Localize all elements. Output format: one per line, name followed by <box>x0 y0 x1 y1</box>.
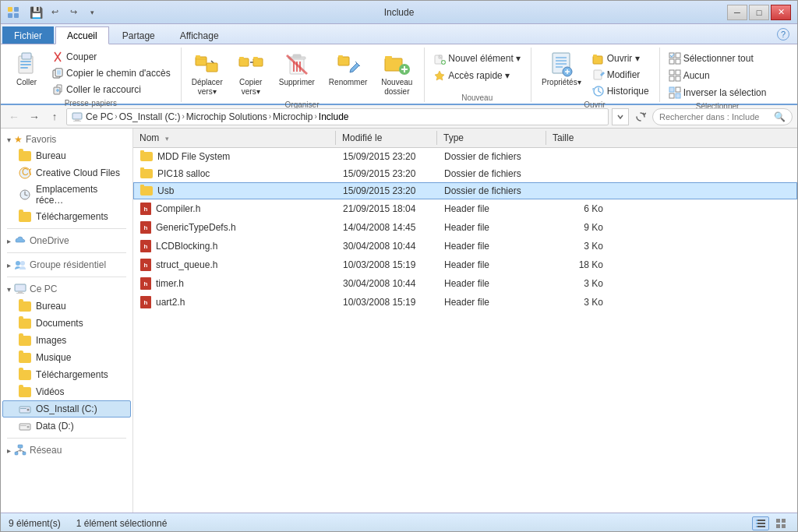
sidebar-item-recent[interactable]: Emplacements réce… <box>2 181 131 208</box>
quick-dropdown-btn[interactable]: ▾ <box>83 4 101 21</box>
search-input[interactable] <box>659 112 771 122</box>
coller-raccourci-button[interactable]: Coller le raccourci <box>48 82 175 97</box>
redo-btn[interactable]: ↪ <box>65 4 82 21</box>
coller-button[interactable]: Coller <box>7 48 46 90</box>
breadcrumb-part-3[interactable]: Microchip Solutions <box>186 111 267 122</box>
acces-rapide-button[interactable]: Accès rapide ▾ <box>429 68 514 83</box>
sidebar-label: Bureau <box>36 150 66 161</box>
sidebar-item-creative-cloud[interactable]: CC Creative Cloud Files <box>2 164 131 181</box>
svg-rect-94 <box>756 523 757 524</box>
sidebar-groupe-header[interactable]: ▸ Groupe résidentiel <box>1 256 132 273</box>
sidebar-reseau-header[interactable]: ▸ Réseau <box>1 442 132 459</box>
refresh-button[interactable] <box>632 108 649 125</box>
sidebar-item-bureau-pc[interactable]: Bureau <box>2 298 131 315</box>
copier-vers-label: Copiervers▾ <box>239 78 262 97</box>
table-row[interactable]: Usb15/09/2015 23:20Dossier de fichiers <box>133 182 797 199</box>
breadcrumb-part-1[interactable]: Ce PC <box>86 111 113 122</box>
coller-raccourci-icon <box>51 83 64 96</box>
table-row[interactable]: huart2.h10/03/2008 15:19Header file3 Ko <box>133 293 797 312</box>
col-header-type[interactable]: Type <box>437 131 546 145</box>
file-size-cell: 3 Ko <box>547 277 609 291</box>
breadcrumb-part-4[interactable]: Microchip <box>273 111 312 122</box>
sidebar-favorites-header[interactable]: ▾ ★ Favoris <box>1 132 132 147</box>
sidebar-item-os-install[interactable]: OS_Install (C:) <box>2 400 131 417</box>
supprimer-button[interactable]: Supprimer <box>274 48 320 90</box>
modifier-button[interactable]: Modifier <box>588 67 653 83</box>
forward-button[interactable]: → <box>26 108 43 125</box>
copier-vers-button[interactable]: Copiervers▾ <box>231 48 270 99</box>
divider2 <box>7 252 126 253</box>
tab-partage[interactable]: Partage <box>111 26 167 44</box>
table-row[interactable]: htimer.h30/04/2008 10:44Header file3 Ko <box>133 274 797 293</box>
undo-btn[interactable]: ↩ <box>46 4 63 21</box>
nouvel-element-button[interactable]: Nouvel élément ▾ <box>429 51 524 66</box>
sidebar-item-downloads-fav[interactable]: Téléchargements <box>2 208 131 225</box>
table-row[interactable]: hstruct_queue.h10/03/2008 15:19Header fi… <box>133 255 797 274</box>
breadcrumb-bar[interactable]: Ce PC › OS_Install (C:) › Microchip Solu… <box>66 108 609 125</box>
couper-button[interactable]: Couper <box>48 49 175 65</box>
sidebar-groupe-label: Groupe résidentiel <box>30 259 106 270</box>
tab-accueil[interactable]: Accueil <box>55 26 109 44</box>
up-button[interactable]: ↑ <box>46 108 63 125</box>
sidebar-item-bureau-fav[interactable]: Bureau <box>2 147 131 164</box>
svg-rect-96 <box>776 519 780 523</box>
svg-rect-64 <box>676 87 680 92</box>
tab-fichier[interactable]: Fichier <box>2 26 54 44</box>
view-large-btn[interactable] <box>772 516 789 530</box>
drive-d-icon <box>19 420 31 432</box>
table-row[interactable]: hGenericTypeDefs.h14/04/2008 14:45Header… <box>133 218 797 237</box>
back-button[interactable]: ← <box>5 108 23 125</box>
header-file-icon: h <box>140 203 151 215</box>
file-type-cell: Header file <box>438 258 547 272</box>
sidebar-item-documents[interactable]: Documents <box>2 315 131 332</box>
table-row[interactable]: hLCDBlocking.h30/04/2008 10:44Header fil… <box>133 237 797 255</box>
divider1 <box>7 228 126 229</box>
help-icon[interactable]: ? <box>769 25 797 44</box>
nouvel-element-icon <box>433 52 446 65</box>
sidebar-section-reseau: ▸ Réseau <box>1 442 132 459</box>
nouveau-dossier-button[interactable]: Nouveaudossier <box>376 48 418 99</box>
sidebar-item-data-d[interactable]: Data (D:) <box>2 417 131 435</box>
selectionner-tout-button[interactable]: Sélectionner tout <box>665 51 757 66</box>
svg-rect-8 <box>20 67 28 69</box>
proprietes-button[interactable]: Propriétés▾ <box>536 48 587 90</box>
table-row[interactable]: PIC18 salloc15/09/2015 23:20Dossier de f… <box>133 165 797 182</box>
minimize-button[interactable]: ─ <box>727 5 747 20</box>
folder-icon <box>140 152 153 161</box>
maximize-button[interactable]: □ <box>749 5 769 20</box>
view-details-btn[interactable] <box>752 516 769 530</box>
sidebar-item-musique[interactable]: Musique <box>2 349 131 366</box>
aucun-button[interactable]: Aucun <box>665 68 714 83</box>
svg-rect-75 <box>15 284 26 291</box>
svg-rect-21 <box>239 57 244 59</box>
breadcrumb-part-2[interactable]: OS_Install (C:) <box>119 111 181 122</box>
svg-rect-18 <box>196 55 200 58</box>
tab-affichage[interactable]: Affichage <box>168 26 231 44</box>
col-header-modified[interactable]: Modifié le <box>336 131 437 145</box>
table-row[interactable]: MDD File System15/09/2015 23:20Dossier d… <box>133 148 797 165</box>
close-button[interactable]: ✕ <box>771 5 791 20</box>
file-list: Nom ▾ Modifié le Type Taille MDD File Sy… <box>133 129 797 513</box>
svg-rect-80 <box>20 408 26 409</box>
quick-save-btn[interactable]: 💾 <box>27 4 44 21</box>
file-modified-cell: 14/04/2008 14:45 <box>337 220 438 234</box>
divider3 <box>7 277 126 277</box>
address-dropdown-btn[interactable] <box>612 108 629 125</box>
file-name-cell: Usb <box>134 184 337 198</box>
col-header-size[interactable]: Taille <box>546 131 609 145</box>
coller-label: Coller <box>16 78 37 87</box>
sidebar-onedrive-header[interactable]: ▸ OneDrive <box>1 232 132 249</box>
col-header-nom[interactable]: Nom ▾ <box>133 131 336 145</box>
table-row[interactable]: hCompiler.h21/09/2015 18:04Header file6 … <box>133 199 797 218</box>
ouvrir-small-button[interactable]: Ouvrir ▾ <box>588 51 653 66</box>
deplacer-button[interactable]: Déplacervers▾ <box>186 48 228 99</box>
copier-chemin-button[interactable]: Copier le chemin d'accès <box>48 65 175 81</box>
inverser-selection-button[interactable]: Inverser la sélection <box>665 85 771 100</box>
sidebar-item-downloads[interactable]: Téléchargements <box>2 366 131 383</box>
renommer-button[interactable]: Renommer <box>323 48 373 90</box>
sidebar-item-videos[interactable]: Vidéos <box>2 383 131 400</box>
selectionner-tout-icon <box>669 52 681 65</box>
sidebar-item-images[interactable]: Images <box>2 332 131 349</box>
historique-button[interactable]: Historique <box>588 83 653 99</box>
sidebar-cepc-header[interactable]: ▾ Ce PC <box>1 280 132 298</box>
